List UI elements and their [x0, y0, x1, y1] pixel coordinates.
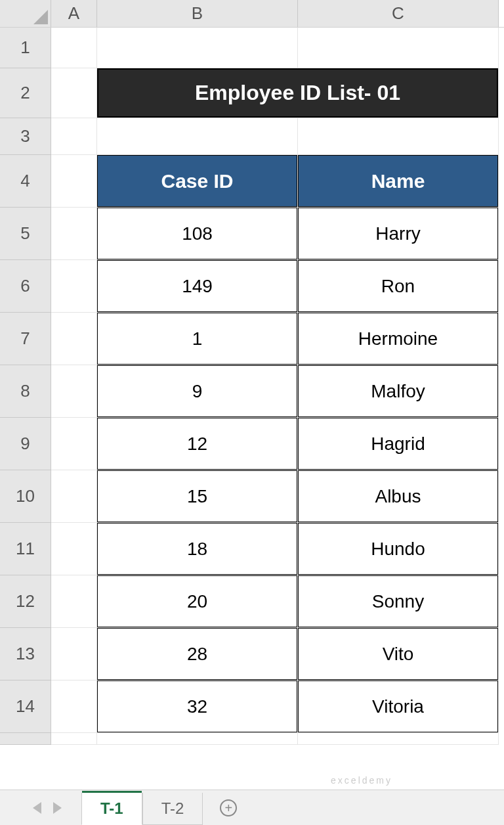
table-row: Hagrid [298, 418, 498, 470]
row-header-5[interactable]: 5 [0, 208, 51, 260]
add-sheet-button[interactable]: + [203, 790, 254, 825]
row-header-9[interactable]: 9 [0, 418, 51, 470]
row-header-8[interactable]: 8 [0, 365, 51, 418]
row-headers-col: 1 2 3 4 5 6 7 8 9 10 11 12 13 14 [0, 28, 51, 790]
cell-A13[interactable] [51, 628, 97, 680]
row-header-10[interactable]: 10 [0, 470, 51, 523]
plus-icon: + [220, 799, 237, 816]
cell-C15[interactable] [298, 733, 499, 745]
row-header-7[interactable]: 7 [0, 313, 51, 365]
table-row: 9 [97, 365, 297, 417]
table-row: 32 [97, 680, 297, 732]
cell-C1[interactable] [298, 28, 499, 68]
cell-A3[interactable] [51, 118, 97, 155]
table-row: Hermoine [298, 313, 498, 365]
row-header-2[interactable]: 2 [0, 68, 51, 118]
row-header-11[interactable]: 11 [0, 523, 51, 575]
cell-C12[interactable]: Sonny [298, 575, 499, 628]
cell-B8[interactable]: 9 [97, 365, 298, 418]
cell-B13[interactable]: 28 [97, 628, 298, 680]
column-headers-row: A B C [0, 0, 504, 28]
table-row: 18 [97, 523, 297, 575]
row-header-14[interactable]: 14 [0, 680, 51, 733]
table-row: 108 [97, 208, 297, 259]
table-row: Harry [298, 208, 498, 259]
cell-A9[interactable] [51, 418, 97, 470]
cell-C7[interactable]: Hermoine [298, 313, 499, 365]
cell-B7[interactable]: 1 [97, 313, 298, 365]
table-row: Vitoria [298, 680, 498, 732]
row-header-4[interactable]: 4 [0, 155, 51, 208]
cell-B14[interactable]: 32 [97, 680, 298, 733]
cell-C10[interactable]: Albus [298, 470, 499, 523]
cell-A7[interactable] [51, 313, 97, 365]
row-header-12[interactable]: 12 [0, 575, 51, 628]
cells-grid: Employee ID List- 01 Case ID Name 108 Ha… [51, 28, 504, 790]
table-row: Ron [298, 260, 498, 312]
table-row: 28 [97, 628, 297, 680]
cell-B12[interactable]: 20 [97, 575, 298, 628]
cell-header-name[interactable]: Name [298, 155, 499, 208]
cell-C8[interactable]: Malfoy [298, 365, 499, 418]
cell-A10[interactable] [51, 470, 97, 523]
sheet-tab-t1[interactable]: T-1 [81, 793, 142, 825]
sheet-tab-t2[interactable]: T-2 [142, 793, 203, 825]
cell-B3[interactable] [97, 118, 298, 155]
cell-B6[interactable]: 149 [97, 260, 298, 313]
row-header-15[interactable] [0, 733, 51, 745]
table-row: 12 [97, 418, 297, 470]
col-header-B[interactable]: B [97, 0, 298, 27]
cell-A6[interactable] [51, 260, 97, 313]
cell-B9[interactable]: 12 [97, 418, 298, 470]
title-label: Employee ID List- 01 [97, 68, 498, 118]
cell-A11[interactable] [51, 523, 97, 575]
row-header-13[interactable]: 13 [0, 628, 51, 680]
cell-C5[interactable]: Harry [298, 208, 499, 260]
cell-B11[interactable]: 18 [97, 523, 298, 575]
row-header-6[interactable]: 6 [0, 260, 51, 313]
cell-A14[interactable] [51, 680, 97, 733]
cell-B15[interactable] [97, 733, 298, 745]
table-row: Sonny [298, 575, 498, 627]
cell-A8[interactable] [51, 365, 97, 418]
cell-B1[interactable] [97, 28, 298, 68]
col-header-C[interactable]: C [298, 0, 499, 27]
cell-C14[interactable]: Vitoria [298, 680, 499, 733]
row-header-3[interactable]: 3 [0, 118, 51, 155]
table-row: 20 [97, 575, 297, 627]
table-row: 1 [97, 313, 297, 365]
cell-A1[interactable] [51, 28, 97, 68]
cell-C9[interactable]: Hagrid [298, 418, 499, 470]
cell-C13[interactable]: Vito [298, 628, 499, 680]
svg-marker-0 [33, 10, 48, 24]
cell-A15[interactable] [51, 733, 97, 745]
cell-B10[interactable]: 15 [97, 470, 298, 523]
cell-title[interactable]: Employee ID List- 01 [97, 68, 499, 118]
prev-sheet-icon[interactable] [33, 802, 41, 814]
cell-C3[interactable] [298, 118, 499, 155]
table-row: 149 [97, 260, 297, 312]
cell-header-caseid[interactable]: Case ID [97, 155, 298, 208]
header-caseid-label: Case ID [97, 155, 297, 207]
table-row: Albus [298, 470, 498, 522]
col-header-A[interactable]: A [51, 0, 97, 27]
cell-A12[interactable] [51, 575, 97, 628]
table-row: Malfoy [298, 365, 498, 417]
cell-C11[interactable]: Hundo [298, 523, 499, 575]
spreadsheet-area: A B C 1 2 3 4 5 6 7 8 9 10 11 12 13 14 [0, 0, 504, 790]
row-header-1[interactable]: 1 [0, 28, 51, 68]
cell-A2[interactable] [51, 68, 97, 118]
cell-B5[interactable]: 108 [97, 208, 298, 260]
table-row: Hundo [298, 523, 498, 575]
table-row: 15 [97, 470, 297, 522]
select-all-corner[interactable] [0, 0, 51, 27]
header-name-label: Name [298, 155, 498, 207]
sheet-tab-bar: T-1 T-2 + [0, 790, 504, 825]
cell-A5[interactable] [51, 208, 97, 260]
cell-A4[interactable] [51, 155, 97, 208]
next-sheet-icon[interactable] [53, 802, 62, 814]
watermark: exceldemy [331, 775, 392, 786]
table-row: Vito [298, 628, 498, 680]
cell-C6[interactable]: Ron [298, 260, 499, 313]
